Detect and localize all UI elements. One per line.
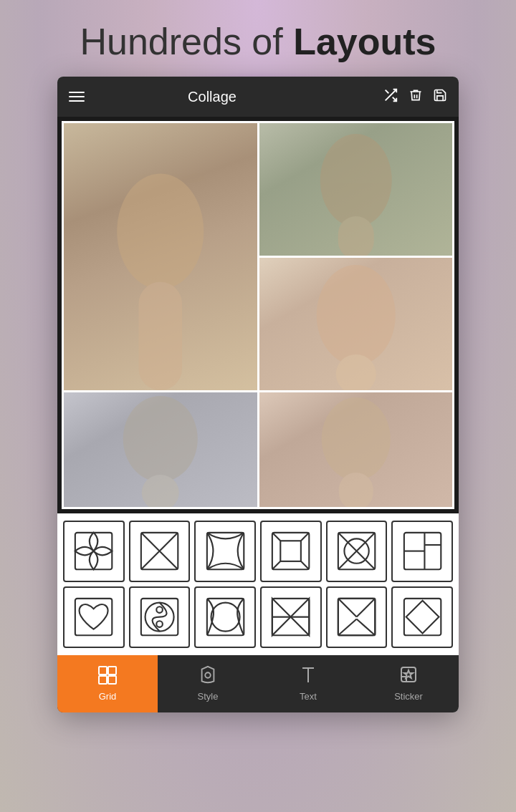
layout-bowtie[interactable] xyxy=(260,586,322,648)
layout-star-corners[interactable] xyxy=(194,521,256,582)
layout-yin-yang[interactable] xyxy=(129,586,191,648)
svg-rect-1 xyxy=(139,282,182,390)
collage-area xyxy=(57,117,459,513)
tab-style-label: Style xyxy=(198,691,219,702)
photo-2[interactable] xyxy=(259,123,453,256)
trash-icon[interactable] xyxy=(408,87,423,107)
hero-title: Hundreds of Layouts xyxy=(80,21,436,62)
layout-panel xyxy=(57,513,459,654)
svg-line-19 xyxy=(301,561,309,569)
app-frame: Collage xyxy=(57,77,459,712)
shuffle-icon[interactable] xyxy=(383,87,398,107)
tab-text[interactable]: Text xyxy=(258,655,358,712)
grid-icon xyxy=(97,665,118,688)
photo-3[interactable] xyxy=(259,258,453,390)
svg-point-32 xyxy=(156,606,163,613)
tab-bar: Grid Style Text xyxy=(57,655,459,712)
svg-line-43 xyxy=(338,619,357,636)
svg-point-4 xyxy=(316,265,395,365)
svg-rect-54 xyxy=(108,676,116,684)
svg-rect-51 xyxy=(99,667,107,675)
svg-line-44 xyxy=(357,619,376,636)
svg-rect-16 xyxy=(281,541,302,562)
svg-line-17 xyxy=(272,533,280,541)
layout-petals[interactable] xyxy=(63,521,125,582)
svg-rect-7 xyxy=(142,475,179,507)
layout-circle-corners[interactable] xyxy=(326,521,388,582)
svg-marker-50 xyxy=(406,601,439,634)
layout-asymmetric[interactable] xyxy=(391,521,453,582)
tab-sticker[interactable]: Sticker xyxy=(358,655,459,712)
tab-sticker-label: Sticker xyxy=(394,691,423,702)
text-icon xyxy=(300,665,317,688)
topbar-icons xyxy=(383,87,447,107)
svg-point-8 xyxy=(321,397,390,480)
layout-center-square[interactable] xyxy=(260,521,322,582)
svg-point-35 xyxy=(211,603,239,632)
svg-point-55 xyxy=(205,672,210,677)
save-icon[interactable] xyxy=(433,87,447,107)
svg-point-6 xyxy=(123,396,198,482)
svg-point-0 xyxy=(117,174,204,289)
layout-circle[interactable] xyxy=(194,586,256,648)
app-title: Collage xyxy=(93,89,331,105)
layout-heart[interactable] xyxy=(63,586,125,648)
photo-1[interactable] xyxy=(64,123,257,390)
tab-grid-label: Grid xyxy=(99,691,117,702)
svg-rect-49 xyxy=(403,599,440,635)
style-icon xyxy=(199,665,217,688)
layout-diamond[interactable] xyxy=(391,586,453,648)
photo-4[interactable] xyxy=(64,392,257,507)
sticker-icon xyxy=(399,665,418,688)
app-topbar: Collage xyxy=(57,77,459,117)
svg-rect-9 xyxy=(338,473,373,507)
tab-grid[interactable]: Grid xyxy=(57,655,158,712)
svg-marker-59 xyxy=(404,670,413,678)
svg-line-20 xyxy=(272,561,280,569)
svg-rect-3 xyxy=(338,216,373,256)
menu-button[interactable] xyxy=(69,92,85,102)
tab-text-label: Text xyxy=(300,691,317,702)
svg-line-42 xyxy=(357,599,376,617)
svg-line-18 xyxy=(301,533,309,541)
svg-rect-53 xyxy=(99,676,107,684)
svg-point-2 xyxy=(320,134,391,227)
svg-line-41 xyxy=(338,599,357,617)
svg-rect-52 xyxy=(108,667,116,675)
layout-diagonal-cross[interactable] xyxy=(129,521,191,582)
tab-style[interactable]: Style xyxy=(158,655,258,712)
photo-5[interactable] xyxy=(259,392,453,507)
layout-envelope[interactable] xyxy=(326,586,388,648)
svg-point-33 xyxy=(156,621,163,627)
